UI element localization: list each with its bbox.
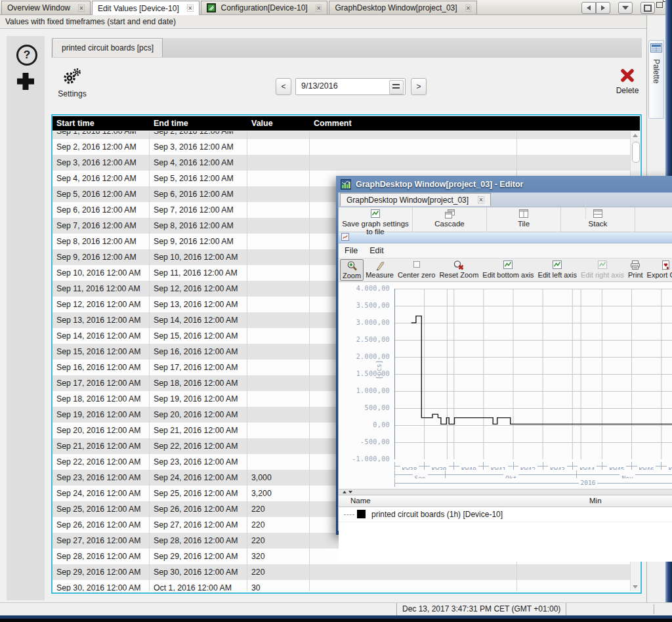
tool-label: Print xyxy=(628,271,643,279)
tile-button[interactable]: Tile xyxy=(487,207,561,232)
close-icon[interactable]: × xyxy=(187,5,194,12)
export-csv-button[interactable]: Export CSV xyxy=(645,259,672,280)
axis-ruler-segment xyxy=(394,479,672,487)
y-axis-tick-label: 2.500,00 xyxy=(339,336,390,343)
table-cell xyxy=(517,580,631,591)
configuration-icon xyxy=(207,3,216,12)
table-cell: Sep 16, 2016 12:00 AM xyxy=(52,360,150,375)
table-cell: Sep 29, 2016 12:00 AM xyxy=(150,549,247,564)
graph-tools-toolbar: ZoomMeasureCenter zeroReset ZoomEdit bot… xyxy=(339,259,672,282)
table-cell: Sep 28, 2016 12:00 AM xyxy=(52,549,150,564)
table-cell: Sep 8, 2016 12:00 AM xyxy=(52,234,150,249)
year-axis-ruler: 2016 xyxy=(394,479,672,487)
add-button[interactable] xyxy=(16,71,35,94)
plot-area[interactable] xyxy=(394,289,672,459)
save-graph-settings-to-file-button[interactable]: Save graph settings to file xyxy=(339,207,413,232)
close-icon[interactable]: × xyxy=(316,5,322,12)
center-zero-button[interactable]: Center zero xyxy=(396,259,437,280)
next-day-button[interactable]: > xyxy=(411,78,427,95)
reset-zoom-button[interactable]: Reset Zoom xyxy=(437,259,480,280)
legend-name-column-header: Name xyxy=(350,495,371,507)
date-input[interactable]: 9/13/2016 xyxy=(295,78,406,95)
scrollbar-up-arrow[interactable] xyxy=(631,131,639,140)
table-cell: Sep 8, 2016 12:00 AM xyxy=(150,218,247,234)
table-cell: Sep 20, 2016 12:00 AM xyxy=(150,407,247,423)
measure-icon xyxy=(366,260,394,271)
palette-icon xyxy=(650,43,662,55)
table-cell: Sep 3, 2016 12:00 AM xyxy=(52,155,150,171)
main-tab[interactable]: GraphDesktop Window[project_03]× xyxy=(329,1,477,14)
chart-file-icon xyxy=(339,209,412,220)
close-icon[interactable]: × xyxy=(465,5,472,12)
taskbar-edge xyxy=(0,619,672,622)
column-header: Start time xyxy=(52,116,150,131)
menu-item-file[interactable]: File xyxy=(339,246,364,255)
settings-button[interactable]: Settings xyxy=(55,67,89,98)
chart-panel[interactable]: 4.000,003.500,003.000,002.500,002.000,00… xyxy=(339,282,672,489)
chart-file-icon xyxy=(538,260,577,271)
edit-left-axis-button[interactable]: Edit left axis xyxy=(536,259,579,280)
tab-printed-circuit-boards[interactable]: printed circuit boards [pcs] xyxy=(52,38,163,57)
table-cell xyxy=(247,423,310,438)
axis-ruler-segment: KW40 xyxy=(453,462,483,470)
table-row[interactable]: Sep 3, 2016 12:00 AMSep 4, 2016 12:00 AM xyxy=(52,155,631,171)
toolbar-spacer xyxy=(635,207,672,232)
tab-label: Edit Values [Device-10] xyxy=(98,4,179,13)
main-tab[interactable]: Configuration[Device-10]× xyxy=(201,1,328,14)
month-axis-ruler: SepOktNov xyxy=(394,470,672,478)
cascade-button[interactable]: Cascade xyxy=(413,207,487,232)
table-row[interactable]: Sep 1, 2016 12:00 AMSep 2, 2016 12:00 AM xyxy=(52,131,631,139)
table-row[interactable]: Sep 30, 2016 12:00 AMOct 1, 2016 12:00 A… xyxy=(52,580,631,591)
prev-day-button[interactable]: < xyxy=(276,78,291,95)
plus-icon xyxy=(16,83,35,94)
help-button[interactable]: ? xyxy=(16,45,37,66)
table-cell xyxy=(310,580,517,591)
table-cell: Oct 1, 2016 12:00 AM xyxy=(150,580,247,591)
stack-button[interactable]: Stack xyxy=(561,207,635,232)
week-axis-ruler: KW38KW39KW40KW41KW42KW43KW44KW45KW46KW47 xyxy=(394,462,672,470)
scroll-tabs-right-button[interactable] xyxy=(596,2,610,14)
table-row[interactable]: Sep 29, 2016 12:00 AMSep 30, 2016 12:00 … xyxy=(52,564,631,580)
chart-legend-splitter[interactable] xyxy=(339,489,672,495)
tab-list-dropdown-button[interactable] xyxy=(618,2,633,14)
table-cell: 220 xyxy=(247,564,310,580)
measure-button[interactable]: Measure xyxy=(364,259,396,280)
table-cell: Sep 6, 2016 12:00 AM xyxy=(150,186,247,202)
graph-window-titlebar[interactable]: GraphDesktop Window[project_03] - Editor xyxy=(338,176,672,192)
series-line-sample xyxy=(344,514,354,515)
menu-item-edit[interactable]: Edit xyxy=(364,246,390,255)
column-header: Value xyxy=(247,116,310,131)
gear-icon xyxy=(61,78,83,87)
table-cell xyxy=(247,375,310,391)
y-axis-tick-label: 3.000,00 xyxy=(339,319,390,326)
scroll-tabs-left-button[interactable] xyxy=(581,2,596,14)
table-cell xyxy=(310,155,517,171)
edit-right-axis-button[interactable]: Edit right axis xyxy=(579,259,626,280)
table-cell: 30 xyxy=(247,580,310,591)
legend-row[interactable]: printed circuit boards (1h) [Device-10] xyxy=(339,507,672,522)
table-cell: Sep 25, 2016 12:00 AM xyxy=(52,501,150,517)
maximize-view-button[interactable] xyxy=(640,2,655,14)
zoom-button[interactable]: Zoom xyxy=(340,259,364,281)
scrollbar-down-arrow[interactable] xyxy=(631,583,639,591)
graph-tab[interactable]: GraphDesktop Window[project_03] × xyxy=(340,193,491,206)
table-cell: Sep 17, 2016 12:00 AM xyxy=(150,360,247,375)
settings-label: Settings xyxy=(55,89,89,98)
scrollbar-thumb[interactable] xyxy=(632,142,640,163)
table-cell: Sep 26, 2016 12:00 AM xyxy=(52,517,150,533)
table-cell xyxy=(247,297,310,312)
print-button[interactable]: Print xyxy=(626,259,645,280)
calendar-menu-button[interactable] xyxy=(389,80,404,94)
edit-bottom-axis-button[interactable]: Edit bottom axis xyxy=(480,259,536,280)
graph-tab-label: GraphDesktop Window[project_03] xyxy=(346,196,469,205)
table-row[interactable]: Sep 2, 2016 12:00 AMSep 3, 2016 12:00 AM xyxy=(52,139,631,155)
main-tab[interactable]: Overview Window× xyxy=(1,1,91,14)
close-icon[interactable]: × xyxy=(78,5,85,12)
palette-tab[interactable]: Palette xyxy=(648,40,664,119)
delete-button[interactable]: Delete xyxy=(609,68,646,95)
table-cell: Sep 22, 2016 12:00 AM xyxy=(52,454,150,470)
close-icon[interactable]: × xyxy=(478,196,484,203)
main-tab[interactable]: Edit Values [Device-10]× xyxy=(92,1,200,15)
table-cell xyxy=(247,139,310,155)
table-cell xyxy=(247,344,310,360)
